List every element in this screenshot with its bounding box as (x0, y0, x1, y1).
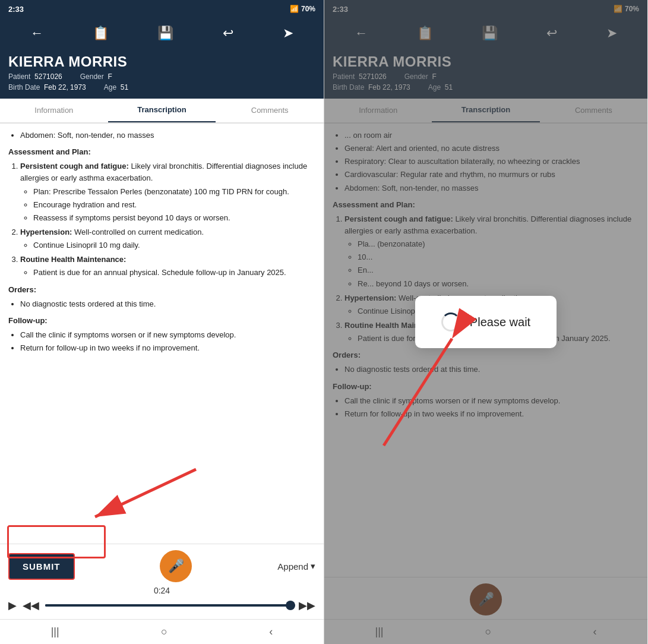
left-phone-panel: 2:33 📶 70% ← 📋 💾 ↩ ➤ KIERRA MORRIS Patie… (0, 0, 324, 644)
left-status-bar: 2:33 📶 70% (0, 0, 324, 18)
progress-bar[interactable] (45, 604, 293, 607)
patient-gender-label: Gender (80, 72, 104, 81)
please-wait-overlay: Please wait (324, 0, 647, 644)
left-toolbar: ← 📋 💾 ↩ ➤ (0, 18, 324, 49)
left-patient-header: KIERRA MORRIS Patient 5271026 Gender F B… (0, 49, 324, 99)
patient-gender-value: F (108, 72, 112, 81)
item3-title: Routine Health Maintenance: (20, 255, 126, 264)
forward-icon[interactable]: ➤ (283, 26, 293, 41)
back-button[interactable]: ← (30, 26, 43, 41)
timer-display: 0:24 (8, 586, 315, 595)
nav-menu-icon[interactable]: ||| (51, 626, 59, 638)
list-item: Persistent cough and fatigue: Likely vir… (20, 160, 315, 224)
patient-id-value: 5271026 (34, 72, 62, 81)
loading-spinner (441, 312, 460, 332)
sub-item: Continue Lisinopril 10 mg daily. (33, 239, 315, 251)
submit-button[interactable]: SUBMIT (8, 553, 75, 580)
progress-thumb (286, 601, 295, 610)
item3-sub: Patient is due for an annual physical. S… (20, 267, 315, 279)
please-wait-label: Please wait (470, 315, 530, 329)
sub-item: Encourage hydration and rest. (33, 199, 315, 211)
left-patient-meta2: Birth Date Feb 22, 1973 Age 51 (8, 83, 315, 91)
list-item: Hypertension: Well-controlled on current… (20, 226, 315, 251)
progress-fill (45, 604, 238, 607)
orders-list: No diagnostic tests ordered at this time… (8, 298, 315, 310)
mic-button[interactable]: 🎤 (160, 550, 192, 582)
sub-item: Reassess if symptoms persist beyond 10 d… (33, 212, 315, 224)
left-patient-name: KIERRA MORRIS (8, 53, 315, 70)
patient-age-label: Age (104, 83, 116, 91)
followup-item: Call the clinic if symptoms worsen or if… (20, 329, 315, 341)
bottom-row1: SUBMIT 🎤 Append ▾ (8, 550, 315, 582)
list-item: Routine Health Maintenance: Patient is d… (20, 254, 315, 279)
please-wait-dialog: Please wait (415, 296, 557, 348)
item2-title: Hypertension: (20, 228, 72, 236)
patient-dob-value: Feb 22, 1973 (44, 83, 86, 91)
playback-controls: ▶ ◀◀ ▶▶ (8, 599, 315, 612)
orders-title: Orders: (8, 284, 315, 296)
document-icon[interactable]: 📋 (93, 26, 109, 41)
left-patient-meta: Patient 5271026 Gender F (8, 72, 315, 81)
patient-dob-label: Birth Date (8, 83, 40, 91)
mic-icon: 🎤 (168, 558, 184, 574)
orders-text: No diagnostic tests ordered at this time… (20, 298, 315, 310)
tab-transcription[interactable]: Transcription (108, 99, 216, 122)
append-label: Append (277, 561, 308, 572)
left-content-area: Abdomen: Soft, non-tender, no masses Ass… (0, 124, 324, 544)
assessment-title: Assessment and Plan: (8, 146, 315, 158)
undo-icon[interactable]: ↩ (223, 26, 233, 41)
left-bottom-controls: SUBMIT 🎤 Append ▾ 0:24 ▶ ◀◀ ▶▶ (0, 544, 324, 619)
battery-icon: 70% (301, 5, 315, 13)
nav-home-icon[interactable]: ○ (161, 626, 167, 638)
append-button[interactable]: Append ▾ (277, 561, 315, 572)
sub-item: Plan: Prescribe Tessalon Perles (benzona… (33, 186, 315, 198)
tab-comments[interactable]: Comments (216, 99, 324, 122)
left-nav-bar: ||| ○ ‹ (0, 619, 324, 644)
patient-id-label: Patient (8, 72, 30, 81)
tab-information[interactable]: Information (0, 99, 108, 122)
fast-forward-button[interactable]: ▶▶ (299, 599, 315, 612)
followup-list: Call the clinic if symptoms worsen or if… (8, 329, 315, 354)
left-time: 2:33 (8, 5, 24, 14)
wifi-icon: 📶 (290, 5, 299, 13)
item1-sub: Plan: Prescribe Tessalon Perles (benzona… (20, 186, 315, 224)
item2-text: Well-controlled on current medication. (74, 228, 204, 236)
item2-sub: Continue Lisinopril 10 mg daily. (20, 239, 315, 251)
play-button[interactable]: ▶ (8, 599, 17, 612)
sub-item: Patient is due for an annual physical. S… (33, 267, 315, 279)
abdomen-line: Abdomen: Soft, non-tender, no masses (20, 130, 315, 141)
right-phone-panel: 2:33 📶 70% ← 📋 💾 ↩ ➤ KIERRA MORRIS Patie… (324, 0, 647, 644)
chevron-down-icon: ▾ (311, 561, 315, 572)
assessment-list: Persistent cough and fatigue: Likely vir… (8, 160, 315, 279)
nav-back-icon[interactable]: ‹ (269, 626, 273, 638)
followup-title: Follow-up: (8, 315, 315, 327)
followup-item: Return for follow-up in two weeks if no … (20, 342, 315, 354)
rewind-button[interactable]: ◀◀ (23, 599, 39, 612)
left-tabs: Information Transcription Comments (0, 99, 324, 124)
left-status-icons: 📶 70% (290, 5, 315, 13)
patient-age-value: 51 (121, 83, 128, 91)
item1-title: Persistent cough and fatigue: (20, 162, 129, 171)
save-icon[interactable]: 💾 (157, 26, 173, 41)
